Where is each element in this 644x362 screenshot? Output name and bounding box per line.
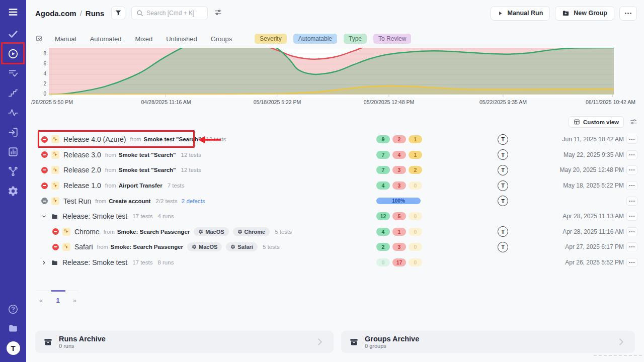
chevron-right-icon[interactable] <box>41 260 47 265</box>
search-box[interactable] <box>131 6 208 20</box>
archive-count: 0 groups <box>365 343 419 349</box>
runs-trend-chart[interactable] <box>49 48 614 98</box>
run-source-link[interactable]: Smoke: Search Passenger <box>111 244 183 250</box>
search-icon <box>136 10 143 17</box>
run-row-release-4-0[interactable]: Release 4.0 (Azure) from Smoke test "Sea… <box>26 132 644 147</box>
sidebar-item-analytics[interactable] <box>7 146 19 158</box>
run-row-safari[interactable]: Safari from Smoke: Search Passenger MacO… <box>26 239 644 255</box>
help-icon[interactable] <box>7 303 19 315</box>
view-settings-icon[interactable] <box>629 118 637 127</box>
avatar: T <box>498 149 508 160</box>
group-row-smoke-test-collapsed[interactable]: Release: Smoke test 17 tests 8 runs 0 17… <box>26 255 644 270</box>
pagination-prev[interactable]: « <box>39 297 43 304</box>
tests-count: 5 tests <box>263 244 280 250</box>
group-row-smoke-test-expanded[interactable]: Release: Smoke test 17 tests 4 runs 12 5… <box>26 209 644 224</box>
defects-link[interactable]: 2 defects <box>182 198 205 204</box>
manual-run-type-icon <box>62 243 70 251</box>
run-source-link[interactable]: Smoke: Search Passenger <box>117 229 190 235</box>
row-more-button[interactable] <box>626 227 637 236</box>
sidebar-item-runs[interactable] <box>7 48 19 60</box>
run-title[interactable]: Release 2.0 <box>63 166 101 174</box>
tab-manual[interactable]: Manual <box>55 35 76 43</box>
row-more-button[interactable] <box>626 135 637 144</box>
failed-badge: 4 <box>392 151 406 159</box>
tab-mixed[interactable]: Mixed <box>135 35 153 43</box>
tab-automated[interactable]: Automated <box>90 35 122 43</box>
run-row-release-3-0[interactable]: Release 3.0 from Smoke test "Search" 12 … <box>26 147 644 163</box>
run-title[interactable]: Test Run <box>63 197 91 205</box>
from-label: from <box>104 229 115 235</box>
select-runs-icon[interactable] <box>35 35 44 43</box>
tab-groups[interactable]: Groups <box>211 35 232 43</box>
group-title[interactable]: Release: Smoke test <box>62 212 127 220</box>
new-group-button[interactable]: New Group <box>555 6 614 21</box>
status-failed-icon <box>41 183 48 189</box>
row-more-button[interactable] <box>626 242 637 251</box>
group-title[interactable]: Release: Smoke test <box>62 258 127 266</box>
env-chip[interactable]: Chrome <box>233 227 270 236</box>
projects-icon[interactable] <box>7 322 19 334</box>
sidebar-item-settings[interactable] <box>7 185 19 197</box>
run-row-release-2-0[interactable]: Release 2.0 from Smoke test "Search" 12 … <box>26 162 644 178</box>
filter-funnel-button[interactable] <box>111 6 125 20</box>
manual-run-label: Manual Run <box>507 10 543 17</box>
tag-type[interactable]: Type <box>344 34 367 44</box>
tag-automatable[interactable]: Automatable <box>293 34 337 44</box>
menu-icon[interactable] <box>7 6 19 18</box>
tests-count: 17 tests <box>132 213 152 219</box>
row-more-button[interactable] <box>626 181 637 190</box>
sidebar-item-tasks[interactable] <box>7 28 19 40</box>
run-source-link[interactable]: Airport Transfer <box>119 183 163 189</box>
row-more-button[interactable] <box>626 258 637 267</box>
chevron-down-icon[interactable] <box>41 214 47 219</box>
run-row-release-1-0[interactable]: Release 1.0 from Airport Transfer 7 test… <box>26 178 644 194</box>
run-source-link[interactable]: Create account <box>109 198 150 204</box>
run-source-link[interactable]: Smoke test "Search" <box>119 167 176 173</box>
app-logo[interactable]: T <box>7 341 20 355</box>
search-settings-icon[interactable] <box>214 8 222 18</box>
folder-plus-icon <box>562 10 570 17</box>
runs-archive-card[interactable]: Runs Archive 0 runs <box>35 331 334 353</box>
env-chip[interactable]: MacOS <box>187 242 222 251</box>
manual-run-button[interactable]: Manual Run <box>491 6 550 21</box>
search-input[interactable] <box>146 10 203 17</box>
sidebar-item-results[interactable] <box>7 67 19 79</box>
env-chip[interactable]: Safari <box>226 242 258 251</box>
row-more-button[interactable] <box>626 165 637 174</box>
pagination-page-1[interactable]: 1 <box>56 297 59 304</box>
run-row-test-run[interactable]: Test Run from Create account 2/2 tests 2… <box>26 193 644 209</box>
groups-archive-card[interactable]: Groups Archive 0 groups <box>341 331 635 353</box>
sidebar-item-versions[interactable] <box>7 165 19 177</box>
pagination: « 1 » <box>36 291 79 304</box>
avatar: T <box>498 226 508 237</box>
run-title[interactable]: Chrome <box>74 228 100 236</box>
run-title[interactable]: Release 3.0 <box>63 151 101 159</box>
run-source-link[interactable]: Smoke test "Search" <box>144 136 201 142</box>
from-label: from <box>97 244 108 250</box>
row-more-button[interactable] <box>626 212 637 221</box>
run-title[interactable]: Release 4.0 (Azure) <box>63 135 126 143</box>
run-title[interactable]: Safari <box>74 243 93 251</box>
tag-severity[interactable]: Severity <box>255 34 286 44</box>
run-title[interactable]: Release 1.0 <box>63 182 101 190</box>
breadcrumb: Agoda.com/Runs <box>35 9 104 18</box>
sidebar-item-steps[interactable] <box>7 87 19 99</box>
breadcrumb-project[interactable]: Agoda.com <box>35 9 76 18</box>
row-more-button[interactable] <box>626 150 637 159</box>
run-row-chrome[interactable]: Chrome from Smoke: Search Passenger MacO… <box>26 224 644 240</box>
sidebar-item-activity[interactable] <box>7 107 19 119</box>
manual-run-type-icon <box>51 166 59 174</box>
status-failed-icon <box>41 136 48 143</box>
sidebar-item-import[interactable] <box>7 126 19 138</box>
failed-badge: 17 <box>392 258 406 266</box>
env-chip[interactable]: MacOS <box>194 227 228 236</box>
row-more-button[interactable] <box>626 197 637 206</box>
header-more-button[interactable] <box>619 6 637 21</box>
tag-to-review[interactable]: To Review <box>373 34 411 44</box>
run-source-link[interactable]: Smoke test "Search" <box>119 152 176 158</box>
pagination-next[interactable]: » <box>73 297 76 304</box>
custom-view-button[interactable]: Custom view <box>569 116 624 128</box>
tab-unfinished[interactable]: Unfinished <box>166 35 197 43</box>
skipped-badge: 2 <box>409 166 422 174</box>
failed-badge: 3 <box>392 182 406 190</box>
